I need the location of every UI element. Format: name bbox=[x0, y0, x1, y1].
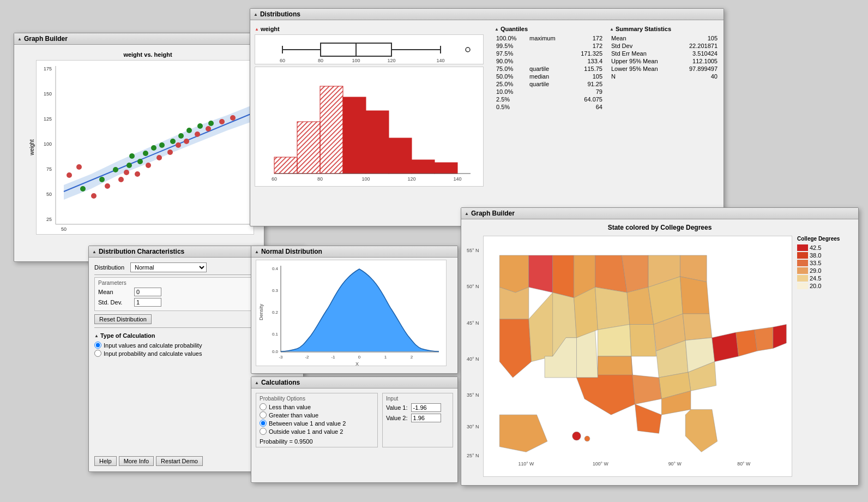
reset-distribution-button[interactable]: Reset Distribution bbox=[94, 314, 152, 324]
svg-text:150: 150 bbox=[44, 91, 52, 97]
prob-option-4: Outside value 1 and value 2 bbox=[260, 428, 374, 435]
svg-marker-105 bbox=[598, 356, 632, 375]
svg-text:0.1: 0.1 bbox=[272, 332, 279, 337]
distributions-title: Distributions bbox=[260, 10, 300, 18]
stat-label: Upper 95% Mean bbox=[610, 57, 677, 65]
quantile-value: 105 bbox=[569, 73, 604, 80]
svg-text:50: 50 bbox=[46, 192, 52, 197]
legend-color-1 bbox=[797, 244, 808, 251]
svg-text:110° W: 110° W bbox=[519, 461, 535, 467]
normal-dist-title-bar[interactable]: ▲ Normal Distribution bbox=[251, 246, 457, 258]
summary-stat-row: Std Err Mean3.510424 bbox=[610, 50, 719, 57]
prob-option-3-label: Between value 1 and value 2 bbox=[269, 420, 346, 427]
prob-option-2-label: Greater than value bbox=[269, 412, 318, 419]
quantiles-title: Quantiles bbox=[501, 26, 528, 32]
dist-char-triangle-icon: ▲ bbox=[92, 249, 97, 254]
more-info-button[interactable]: More Info bbox=[119, 456, 154, 466]
legend-value-5: 24.5 bbox=[810, 275, 821, 282]
stat-label: Std Dev bbox=[610, 42, 677, 50]
quantile-label: quartile bbox=[528, 80, 569, 88]
scatter-y-axis-label: weight bbox=[29, 140, 35, 156]
legend-color-4 bbox=[797, 267, 808, 274]
y-tick-50n: 50° N bbox=[467, 284, 479, 289]
value2-input[interactable] bbox=[411, 414, 441, 422]
y-tick-35n: 35° N bbox=[467, 392, 479, 398]
quantile-pct: 10.0% bbox=[495, 88, 528, 95]
svg-marker-117 bbox=[685, 409, 717, 452]
prob-option-4-label: Outside value 1 and value 2 bbox=[269, 428, 343, 435]
mean-input[interactable] bbox=[134, 288, 161, 296]
quantiles-section: ▲ Quantiles 100.0%maximum17299.5%17297.5… bbox=[495, 22, 604, 220]
svg-point-39 bbox=[206, 126, 211, 132]
legend-item-5: 24.5 bbox=[797, 275, 854, 282]
quantile-pct: 99.5% bbox=[495, 42, 528, 50]
quantile-value: 172 bbox=[569, 34, 604, 42]
prob-option-1-radio[interactable] bbox=[260, 403, 267, 410]
map-triangle-icon: ▲ bbox=[465, 211, 469, 216]
quantile-row: 50.0%median105 bbox=[495, 73, 604, 80]
help-button[interactable]: Help bbox=[94, 456, 117, 466]
svg-text:175: 175 bbox=[44, 66, 52, 71]
svg-text:0.2: 0.2 bbox=[272, 310, 279, 315]
svg-point-30 bbox=[118, 177, 124, 182]
normal-dist-title: Normal Distribution bbox=[261, 248, 322, 255]
graph-builder-triangle-icon: ▲ bbox=[17, 37, 22, 41]
prob-option-2-radio[interactable] bbox=[260, 411, 267, 419]
svg-text:-1: -1 bbox=[331, 355, 335, 360]
svg-rect-56 bbox=[297, 122, 320, 174]
stat-value: 105 bbox=[677, 34, 719, 42]
svg-point-26 bbox=[67, 172, 72, 178]
stat-label: Lower 95% Mean bbox=[610, 65, 677, 73]
summary-stat-row: Std Dev22.201871 bbox=[610, 42, 719, 50]
histogram-svg: 60 80 100 120 140 bbox=[255, 67, 484, 187]
quantile-label bbox=[528, 57, 569, 65]
legend-value-6: 20.0 bbox=[810, 283, 821, 289]
std-dev-input[interactable] bbox=[134, 298, 161, 307]
graph-builder-window: ▲ Graph Builder weight vs. height weight… bbox=[14, 33, 264, 262]
svg-marker-120 bbox=[755, 327, 773, 351]
prob-options-title: Probability Options bbox=[260, 396, 374, 402]
distributions-title-bar[interactable]: ▲ Distributions bbox=[250, 9, 724, 20]
svg-point-21 bbox=[170, 139, 176, 144]
svg-marker-100 bbox=[598, 325, 631, 356]
svg-point-28 bbox=[91, 193, 97, 199]
graph-builder-title: Graph Builder bbox=[24, 35, 68, 43]
distribution-select[interactable]: Normal bbox=[130, 262, 207, 272]
quantile-label: maximum bbox=[528, 34, 569, 42]
svg-rect-57 bbox=[320, 86, 343, 174]
legend-value-1: 42.5 bbox=[810, 244, 821, 251]
y-tick-55n: 55° N bbox=[467, 248, 479, 253]
calc-option-2-radio[interactable] bbox=[94, 350, 101, 357]
map-title-bar[interactable]: ▲ Graph Builder bbox=[461, 208, 858, 219]
svg-point-37 bbox=[184, 139, 189, 144]
stat-label: Mean bbox=[610, 34, 677, 42]
value1-input[interactable] bbox=[411, 403, 441, 412]
normal-dist-svg: 0.4 0.3 0.2 0.1 0.0 Density -3 -2 -1 0 1… bbox=[256, 260, 447, 366]
quantile-value: 171.325 bbox=[569, 50, 604, 57]
legend-item-3: 33.5 bbox=[797, 260, 854, 266]
quantile-row: 100.0%maximum172 bbox=[495, 34, 604, 42]
legend-color-6 bbox=[797, 283, 808, 289]
boxplot-svg: 60 80 100 120 140 bbox=[255, 34, 484, 64]
svg-point-31 bbox=[124, 170, 129, 175]
restart-button[interactable]: Restart Demo bbox=[156, 456, 203, 466]
svg-point-14 bbox=[113, 167, 118, 172]
svg-point-24 bbox=[197, 123, 203, 129]
summary-stat-row: Mean105 bbox=[610, 34, 719, 42]
svg-point-34 bbox=[156, 155, 162, 160]
summary-stat-row: N40 bbox=[610, 73, 719, 80]
svg-line-11 bbox=[64, 113, 252, 192]
quantile-row: 97.5%171.325 bbox=[495, 50, 604, 57]
quantile-value: 172 bbox=[569, 42, 604, 50]
calc-title-bar[interactable]: ▲ Calculations bbox=[251, 377, 457, 389]
prob-option-4-radio[interactable] bbox=[260, 428, 267, 435]
svg-text:-3: -3 bbox=[279, 355, 283, 360]
prob-option-3-radio[interactable] bbox=[260, 420, 267, 427]
quantile-value: 133.4 bbox=[569, 57, 604, 65]
quantile-value: 64 bbox=[569, 103, 604, 111]
quantile-pct: 25.0% bbox=[495, 80, 528, 88]
graph-builder-title-bar[interactable]: ▲ Graph Builder bbox=[14, 33, 264, 45]
calc-option-1-radio[interactable] bbox=[94, 342, 101, 349]
weight-section-header: ▲ weight bbox=[255, 25, 490, 33]
svg-marker-115 bbox=[632, 375, 662, 404]
